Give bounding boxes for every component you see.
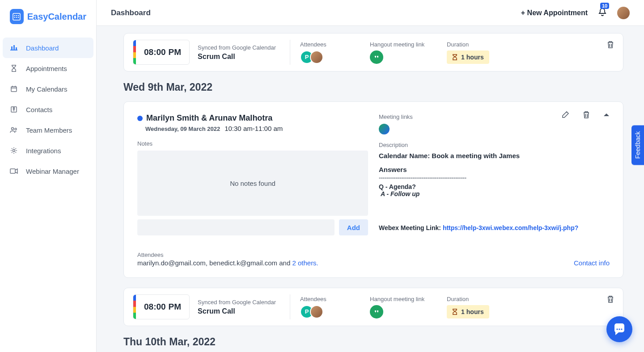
hourglass-icon (452, 54, 458, 60)
contacts-icon (10, 105, 18, 113)
webex-link-label: Webex Meeting Link: (379, 224, 443, 231)
duration-value: 1 hours (461, 54, 484, 61)
attendees-label: Attendees (137, 251, 318, 258)
date-heading: Wed 9th Mar, 2022 (123, 81, 623, 93)
event-time: 08:00 (144, 302, 166, 312)
gear-icon (10, 147, 18, 155)
delete-button[interactable] (607, 41, 614, 50)
logo[interactable]: EasyCalendar (0, 0, 96, 33)
attendee-avatar (310, 305, 323, 318)
chat-dots-icon (616, 327, 623, 331)
collapse-button[interactable] (603, 111, 610, 121)
attendees-more-link[interactable]: 2 others. (292, 259, 318, 267)
hangout-icon[interactable] (370, 50, 383, 64)
svg-point-15 (15, 128, 17, 130)
sidebar-item-my-calendars[interactable]: My Calendars (3, 79, 93, 99)
event-time-box: 08:00 PM (133, 40, 190, 65)
duration-label: Duration (447, 41, 489, 48)
sidebar-item-dashboard[interactable]: Dashboard (3, 38, 93, 58)
svg-rect-7 (10, 50, 17, 50)
attendees-text: marilyn.do@gmail.com, benedict.k@gmail.c… (137, 259, 318, 267)
attendee-avatars: P (300, 305, 356, 318)
team-icon (10, 126, 18, 134)
answers-heading: Answers (379, 166, 610, 173)
event-time-range: 10:30 am-11:00 am (225, 125, 283, 132)
svg-rect-0 (13, 13, 20, 20)
sidebar-item-integrations[interactable]: Integrations (3, 140, 93, 161)
hourglass-icon (452, 309, 458, 315)
webex-icon[interactable] (379, 124, 390, 134)
event-color-dot (137, 116, 143, 121)
hourglass-icon (10, 64, 18, 72)
svg-rect-1 (14, 15, 15, 16)
date-heading: Thu 10th Mar, 2022 (123, 336, 623, 348)
svg-point-20 (621, 328, 622, 330)
attendees-label: Attendees (300, 296, 356, 302)
event-ampm: PM (169, 47, 182, 57)
svg-point-18 (616, 328, 618, 330)
feedback-tab[interactable]: Feedback (631, 125, 644, 165)
svg-rect-8 (11, 46, 13, 50)
brand-name: EasyCalendar (27, 12, 86, 22)
sidebar: EasyCalendar Dashboard Appointments My C… (0, 0, 97, 352)
webex-link[interactable]: https://help-3xwi.webex.com/help-3xwi/j.… (443, 224, 578, 231)
notes-empty-state: No notes found (137, 151, 368, 216)
edit-icon (561, 111, 569, 119)
hangout-icon[interactable] (370, 305, 383, 318)
duration-value: 1 hours (461, 308, 484, 315)
content: 08:00 PM Synced from Google Calendar Scr… (97, 26, 644, 352)
sidebar-item-label: Webinar Manager (26, 168, 79, 175)
svg-rect-11 (11, 87, 17, 92)
sidebar-item-label: Dashboard (26, 44, 59, 52)
sidebar-item-contacts[interactable]: Contacts (3, 99, 93, 120)
sidebar-item-appointments[interactable]: Appointments (3, 58, 93, 79)
sidebar-item-webinar-manager[interactable]: Webinar Manager (3, 161, 93, 181)
sidebar-item-label: Contacts (26, 106, 52, 113)
hangout-label: Hangout meeting link (370, 296, 432, 302)
new-appointment-button[interactable]: + New Appointment (521, 9, 588, 17)
video-icon (10, 167, 18, 175)
svg-rect-9 (13, 45, 15, 50)
event-title: Scrum Call (198, 307, 290, 315)
duration-chip: 1 hours (447, 50, 489, 64)
svg-rect-6 (18, 17, 19, 18)
notes-label: Notes (137, 140, 368, 147)
sidebar-item-label: Appointments (26, 65, 67, 72)
description-label: Description (379, 142, 610, 148)
svg-point-14 (12, 128, 14, 130)
chevron-up-icon (603, 113, 610, 117)
divider-dashes: ----------------------------------------… (379, 174, 610, 181)
event-card-expanded: Marilyn Smith & Arunav Malhotra Wednesda… (123, 101, 623, 278)
edit-button[interactable] (561, 111, 569, 121)
duration-chip: 1 hours (447, 305, 489, 318)
event-card-compact[interactable]: 08:00 PM Synced from Google Calendar Scr… (123, 33, 623, 71)
svg-rect-10 (16, 47, 17, 50)
event-time-box: 08:00 PM (133, 294, 190, 319)
hangout-label: Hangout meeting link (370, 41, 432, 48)
note-input[interactable] (137, 219, 335, 235)
logo-icon (10, 9, 24, 24)
sidebar-item-label: Team Members (26, 126, 72, 134)
svg-point-16 (13, 150, 15, 152)
user-avatar[interactable] (617, 7, 630, 19)
chat-button[interactable] (606, 316, 632, 342)
notifications-button[interactable]: 10 (597, 7, 607, 19)
divider (290, 40, 290, 65)
event-ampm: PM (169, 302, 182, 312)
synced-label: Synced from Google Calendar (198, 44, 290, 51)
delete-button[interactable] (607, 295, 614, 305)
divider (290, 294, 290, 319)
sidebar-item-team-members[interactable]: Team Members (3, 120, 93, 140)
svg-rect-17 (10, 169, 15, 173)
svg-rect-5 (16, 17, 17, 18)
question: Q - Agenda? (379, 183, 610, 190)
add-note-button[interactable]: Add (339, 219, 368, 235)
page-title: Dashboard (111, 8, 151, 17)
svg-point-13 (13, 108, 15, 109)
contact-info-link[interactable]: Contact info (574, 259, 610, 267)
attendee-avatars: P (300, 50, 356, 64)
svg-rect-2 (16, 15, 17, 16)
event-card-compact[interactable]: 08:00 PM Synced from Google Calendar Scr… (123, 288, 623, 326)
attendee-avatar (310, 50, 323, 64)
delete-button[interactable] (583, 111, 590, 121)
